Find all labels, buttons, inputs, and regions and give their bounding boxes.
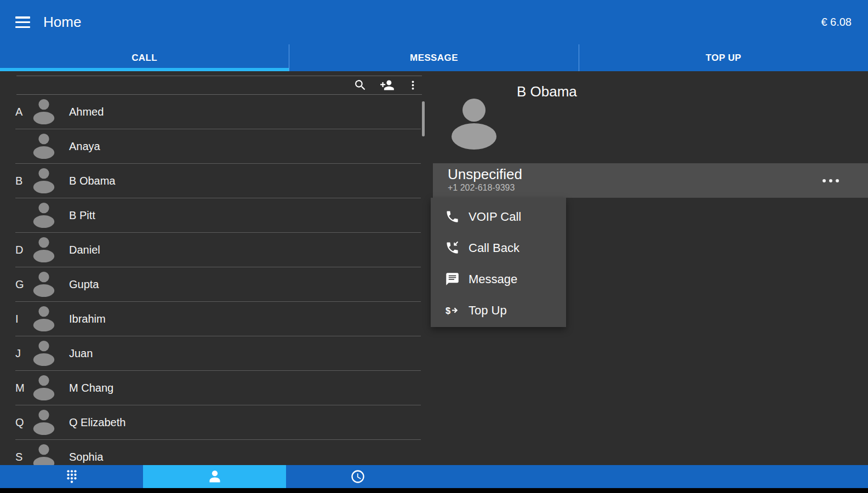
tab-message[interactable]: MESSAGE — [289, 44, 578, 71]
section-letter: B — [15, 175, 32, 187]
contact-name: Anaya — [69, 140, 100, 153]
avatar-icon — [32, 168, 56, 194]
app-screen: Home € 6.08 CALLMESSAGETOP UP AAhmedAnay… — [0, 0, 868, 493]
history-icon — [350, 469, 366, 484]
avatar-icon — [32, 203, 56, 229]
contacts-pane: AAhmedAnayaBB ObamaB PittDDanielGGuptaII… — [0, 71, 426, 465]
contact-name: Daniel — [69, 244, 100, 256]
avatar-icon — [32, 272, 56, 298]
avatar-icon — [32, 410, 56, 436]
main-content: AAhmedAnayaBB ObamaB PittDDanielGGuptaII… — [0, 71, 868, 465]
contact-detail-pane: B Obama Unspecified +1 202-618-9393 VOIP… — [426, 71, 868, 465]
avatar-icon — [32, 237, 56, 263]
section-letter: S — [15, 451, 32, 463]
search-icon[interactable] — [353, 78, 367, 92]
add-contact-icon[interactable] — [379, 78, 395, 93]
contact-name: Q Elizabeth — [69, 416, 125, 429]
contact-name: Ahmed — [69, 106, 104, 118]
system-bar — [0, 488, 868, 493]
section-letter: Q — [15, 416, 32, 429]
phone-number-row[interactable]: Unspecified +1 202-618-9393 — [433, 163, 868, 198]
menu-item-label: VOIP Call — [469, 210, 521, 224]
section-letter: G — [15, 278, 32, 291]
page-title: Home — [43, 14, 81, 31]
contact-name: Sophia — [69, 451, 103, 463]
avatar-icon — [32, 134, 56, 160]
menu-item-call-back[interactable]: Call Back — [431, 232, 566, 263]
phone-number: +1 202-618-9393 — [448, 183, 868, 193]
avatar-icon — [32, 444, 56, 466]
contact-row-ahmed[interactable]: AAhmed — [0, 95, 426, 129]
call-back-icon — [445, 240, 460, 255]
menu-item-voip-call[interactable]: VOIP Call — [431, 201, 566, 232]
contact-row-b-pitt[interactable]: B Pitt — [0, 198, 426, 233]
menu-item-message[interactable]: Message — [431, 263, 566, 295]
avatar-icon — [32, 341, 56, 367]
section-letter: D — [15, 244, 32, 256]
contact-row-b-obama[interactable]: BB Obama — [0, 164, 426, 198]
more-options-icon[interactable] — [821, 177, 841, 184]
contact-row-sophia[interactable]: SSophia — [0, 440, 426, 465]
contact-name: B Pitt — [69, 209, 95, 222]
section-letter: J — [15, 347, 32, 360]
balance-amount: € 6.08 — [821, 16, 852, 28]
overflow-menu-icon[interactable] — [407, 79, 419, 91]
bottom-nav-dialpad[interactable] — [0, 465, 143, 488]
bottom-nav — [0, 465, 868, 488]
scrollbar[interactable] — [422, 101, 425, 136]
avatar-icon — [32, 99, 56, 125]
contact-name: Gupta — [69, 278, 99, 291]
contact-avatar — [451, 99, 497, 150]
top-up-icon: $ — [445, 303, 460, 318]
section-letter: A — [15, 106, 32, 118]
contact-name: Juan — [69, 347, 93, 360]
contact-row-daniel[interactable]: DDaniel — [0, 233, 426, 267]
tab-call[interactable]: CALL — [0, 44, 289, 71]
contact-row-gupta[interactable]: GGupta — [0, 267, 426, 302]
contacts-toolbar — [16, 76, 422, 95]
voip-call-icon — [445, 209, 460, 224]
number-label: Unspecified — [448, 166, 868, 182]
section-letter: I — [15, 313, 32, 325]
tab-top-up[interactable]: TOP UP — [579, 44, 868, 71]
hamburger-menu-icon[interactable] — [15, 16, 30, 28]
contact-detail-name: B Obama — [517, 83, 577, 100]
contact-list: AAhmedAnayaBB ObamaB PittDDanielGGuptaII… — [0, 95, 426, 465]
contact-action-menu: VOIP CallCall BackMessage$Top Up — [431, 198, 566, 327]
bottom-nav-history[interactable] — [286, 465, 429, 488]
contact-row-m-chang[interactable]: MM Chang — [0, 371, 426, 405]
contacts-icon — [207, 469, 222, 484]
tab-bar: CALLMESSAGETOP UP — [0, 44, 868, 71]
message-icon — [445, 272, 460, 286]
contact-row-q-elizabeth[interactable]: QQ Elizabeth — [0, 405, 426, 440]
contact-name: B Obama — [69, 175, 115, 187]
menu-item-top-up[interactable]: $Top Up — [431, 295, 566, 326]
contact-row-juan[interactable]: JJuan — [0, 336, 426, 371]
svg-text:$: $ — [446, 306, 450, 316]
contact-row-anaya[interactable]: Anaya — [0, 129, 426, 164]
app-bar: Home € 6.08 — [0, 0, 868, 44]
dialpad-icon — [64, 469, 79, 484]
menu-item-label: Call Back — [469, 241, 519, 255]
menu-item-label: Top Up — [469, 303, 507, 318]
contact-name: Ibrahim — [69, 313, 106, 325]
section-letter: M — [15, 382, 32, 394]
avatar-icon — [32, 306, 56, 333]
contact-row-ibrahim[interactable]: IIbrahim — [0, 302, 426, 336]
avatar-icon — [32, 375, 56, 402]
menu-item-label: Message — [469, 272, 517, 286]
contact-name: M Chang — [69, 382, 113, 394]
bottom-nav-contacts[interactable] — [143, 465, 286, 488]
